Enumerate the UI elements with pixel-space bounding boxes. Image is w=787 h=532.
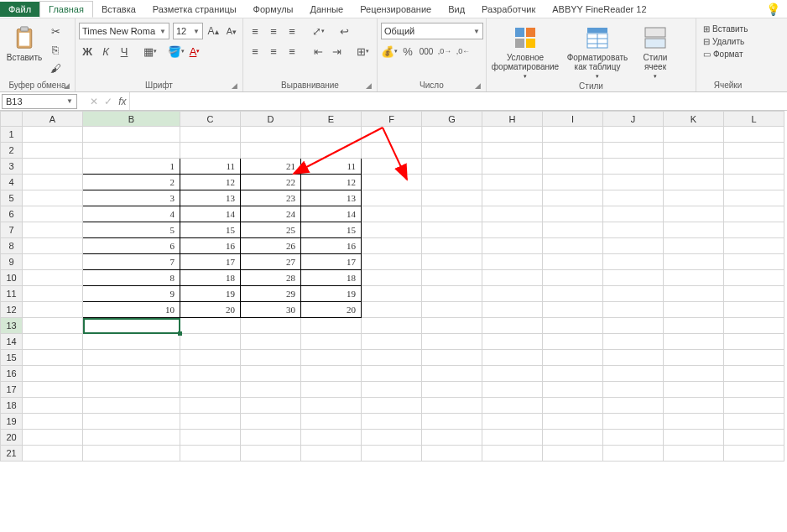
- cell-I13[interactable]: [543, 318, 603, 334]
- merge-button[interactable]: ⊞▾: [354, 43, 371, 60]
- cell-J2[interactable]: [603, 143, 664, 159]
- cell-B14[interactable]: [83, 334, 180, 350]
- col-header-A[interactable]: A: [23, 112, 83, 127]
- row-header-20[interactable]: 20: [1, 430, 23, 446]
- cell-G16[interactable]: [422, 366, 482, 382]
- cell-L20[interactable]: [724, 430, 784, 446]
- cell-J10[interactable]: [603, 270, 664, 286]
- cell-G13[interactable]: [422, 318, 482, 334]
- cell-C20[interactable]: [180, 430, 241, 446]
- cell-I14[interactable]: [543, 334, 603, 350]
- cell-A8[interactable]: [23, 238, 83, 254]
- tab-insert[interactable]: Вставка: [93, 2, 144, 17]
- cell-E17[interactable]: [301, 382, 362, 398]
- cell-A5[interactable]: [23, 190, 83, 206]
- cell-B9[interactable]: 7: [83, 254, 180, 270]
- format-as-table-button[interactable]: Форматировать как таблицу▾: [562, 23, 633, 81]
- cell-G21[interactable]: [422, 446, 482, 462]
- cell-L9[interactable]: [724, 254, 784, 270]
- cell-G19[interactable]: [422, 414, 482, 430]
- cell-A3[interactable]: [23, 159, 83, 175]
- col-header-H[interactable]: H: [482, 112, 543, 127]
- cell-E16[interactable]: [301, 366, 362, 382]
- select-all-corner[interactable]: [1, 112, 23, 127]
- cell-G11[interactable]: [422, 286, 482, 302]
- cell-H17[interactable]: [482, 382, 543, 398]
- cell-F7[interactable]: [362, 222, 422, 238]
- cell-E6[interactable]: 14: [301, 206, 362, 222]
- cell-D1[interactable]: [241, 127, 301, 143]
- cell-B8[interactable]: 6: [83, 238, 180, 254]
- cell-I10[interactable]: [543, 270, 603, 286]
- cell-D5[interactable]: 23: [241, 190, 301, 206]
- cell-C7[interactable]: 15: [180, 222, 241, 238]
- cell-D12[interactable]: 30: [241, 302, 301, 318]
- cell-A13[interactable]: [23, 318, 83, 334]
- row-header-19[interactable]: 19: [1, 414, 23, 430]
- cell-D21[interactable]: [241, 446, 301, 462]
- cell-H7[interactable]: [482, 222, 543, 238]
- cell-H20[interactable]: [482, 430, 543, 446]
- cell-L5[interactable]: [724, 190, 784, 206]
- col-header-C[interactable]: C: [180, 112, 241, 127]
- cell-K5[interactable]: [664, 190, 724, 206]
- cell-D19[interactable]: [241, 414, 301, 430]
- cell-I17[interactable]: [543, 382, 603, 398]
- font-color-button[interactable]: A▾: [186, 43, 203, 60]
- cell-K18[interactable]: [664, 398, 724, 414]
- cell-G4[interactable]: [422, 175, 482, 190]
- cell-C13[interactable]: [180, 318, 241, 334]
- cell-L15[interactable]: [724, 350, 784, 366]
- cell-J15[interactable]: [603, 350, 664, 366]
- decrease-font-button[interactable]: A▾: [223, 23, 240, 39]
- align-right-button[interactable]: ≡: [284, 43, 300, 60]
- cell-D7[interactable]: 25: [241, 222, 301, 238]
- tab-abbyy[interactable]: ABBYY FineReader 12: [544, 2, 654, 17]
- cell-B21[interactable]: [83, 446, 180, 462]
- cell-J3[interactable]: [603, 159, 664, 175]
- row-header-14[interactable]: 14: [1, 334, 23, 350]
- cell-F14[interactable]: [362, 334, 422, 350]
- cell-I5[interactable]: [543, 190, 603, 206]
- cell-G18[interactable]: [422, 398, 482, 414]
- cell-H18[interactable]: [482, 398, 543, 414]
- cell-E14[interactable]: [301, 334, 362, 350]
- cell-E5[interactable]: 13: [301, 190, 362, 206]
- cell-E3[interactable]: 11: [301, 159, 362, 175]
- cell-I21[interactable]: [543, 446, 603, 462]
- spreadsheet-grid[interactable]: ABCDEFGHIJKL1231112111421222125313231364…: [0, 111, 787, 462]
- cell-J11[interactable]: [603, 286, 664, 302]
- cell-K10[interactable]: [664, 270, 724, 286]
- cut-button[interactable]: ✂: [47, 23, 64, 39]
- cell-G9[interactable]: [422, 254, 482, 270]
- cell-C16[interactable]: [180, 366, 241, 382]
- cell-A18[interactable]: [23, 398, 83, 414]
- row-header-6[interactable]: 6: [1, 206, 23, 222]
- cell-L18[interactable]: [724, 398, 784, 414]
- row-header-10[interactable]: 10: [1, 270, 23, 286]
- cell-D9[interactable]: 27: [241, 254, 301, 270]
- cell-K14[interactable]: [664, 334, 724, 350]
- cell-J19[interactable]: [603, 414, 664, 430]
- cell-E18[interactable]: [301, 398, 362, 414]
- cell-E7[interactable]: 15: [301, 222, 362, 238]
- cell-L4[interactable]: [724, 175, 784, 190]
- align-top-button[interactable]: ≡: [247, 23, 263, 39]
- row-header-17[interactable]: 17: [1, 382, 23, 398]
- cell-F17[interactable]: [362, 382, 422, 398]
- cell-A7[interactable]: [23, 222, 83, 238]
- cell-A14[interactable]: [23, 334, 83, 350]
- cell-C5[interactable]: 13: [180, 190, 241, 206]
- increase-font-button[interactable]: A▴: [205, 23, 222, 39]
- cell-K13[interactable]: [664, 318, 724, 334]
- cell-A2[interactable]: [23, 143, 83, 159]
- cell-J6[interactable]: [603, 206, 664, 222]
- cell-H10[interactable]: [482, 270, 543, 286]
- cell-styles-button[interactable]: Стили ячеек▾: [634, 23, 676, 81]
- cell-J7[interactable]: [603, 222, 664, 238]
- cell-G7[interactable]: [422, 222, 482, 238]
- cell-B3[interactable]: 1: [83, 159, 180, 175]
- row-header-12[interactable]: 12: [1, 302, 23, 318]
- row-header-18[interactable]: 18: [1, 398, 23, 414]
- cell-D15[interactable]: [241, 350, 301, 366]
